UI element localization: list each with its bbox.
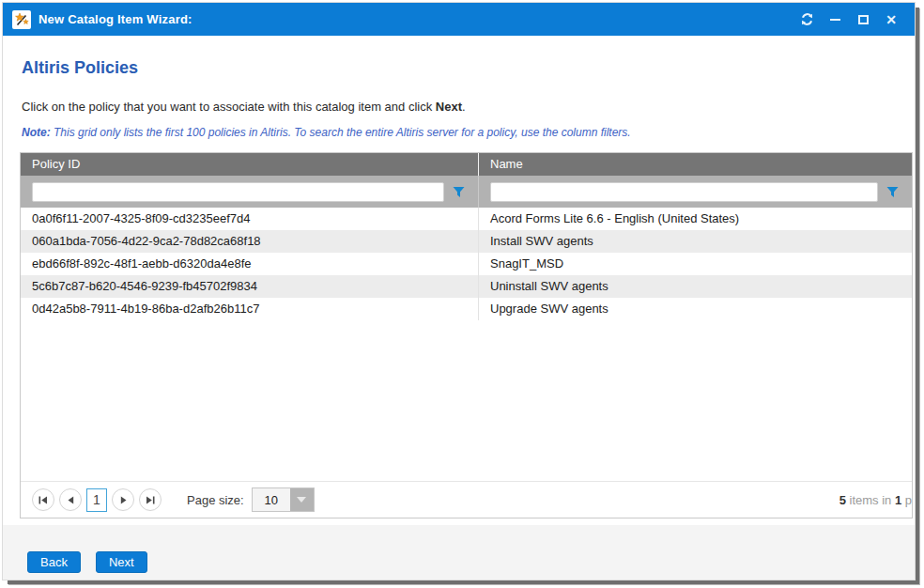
name-cell[interactable]: Acord Forms Lite 6.6 - English (United S… bbox=[478, 208, 912, 230]
policies-grid: Policy ID Name 0a0f6f11-20 bbox=[20, 152, 913, 518]
policy-id-cell[interactable]: 060a1bda-7056-4d22-9ca2-78d82ca68f18 bbox=[21, 230, 478, 253]
minimize-icon[interactable] bbox=[821, 8, 849, 32]
filter-cell-policy-id bbox=[21, 176, 478, 208]
page-size-value: 10 bbox=[253, 488, 290, 511]
instruction-text: Click on the policy that you want to ass… bbox=[22, 100, 915, 114]
table-row[interactable]: ebd66f8f-892c-48f1-aebb-d6320da4e8fe Sna… bbox=[21, 253, 912, 275]
page-size-dropdown[interactable]: 10 bbox=[252, 487, 315, 512]
policy-id-filter-input[interactable] bbox=[32, 182, 444, 202]
maximize-icon[interactable] bbox=[849, 8, 877, 32]
note-body: This grid only lists the first 100 polic… bbox=[51, 126, 631, 139]
name-cell[interactable]: Upgrade SWV agents bbox=[478, 298, 912, 320]
current-page-indicator[interactable]: 1 bbox=[86, 488, 107, 512]
wizard-footer: Back Next bbox=[3, 525, 915, 580]
page-title: Altiris Policies bbox=[22, 58, 915, 78]
window-title: New Catalog Item Wizard: bbox=[38, 12, 192, 26]
items-count-number: 5 bbox=[839, 493, 846, 507]
name-cell[interactable]: SnagIT_MSD bbox=[478, 253, 912, 275]
back-button[interactable]: Back bbox=[27, 551, 81, 573]
window-controls: ✕ bbox=[793, 8, 905, 32]
chevron-down-icon[interactable] bbox=[290, 488, 314, 511]
items-count-status: 5 items in 1 p bbox=[839, 493, 912, 507]
policy-id-cell[interactable]: ebd66f8f-892c-48f1-aebb-d6320da4e8fe bbox=[21, 253, 478, 275]
wizard-app-icon bbox=[12, 10, 31, 29]
instruction-next-ref: Next bbox=[436, 100, 462, 114]
name-filter-funnel-icon[interactable] bbox=[878, 180, 906, 203]
policy-id-filter-funnel-icon[interactable] bbox=[444, 180, 472, 203]
grid-header-row: Policy ID Name bbox=[21, 153, 912, 176]
table-row[interactable]: 0a0f6f11-2007-4325-8f09-cd3235eef7d4 Aco… bbox=[21, 208, 912, 230]
first-page-button[interactable] bbox=[32, 488, 54, 511]
name-cell[interactable]: Uninstall SWV agents bbox=[478, 275, 912, 298]
title-bar: New Catalog Item Wizard: ✕ bbox=[3, 3, 915, 36]
note-label: Note: bbox=[22, 126, 51, 139]
items-count-text: items in bbox=[846, 493, 895, 507]
previous-page-button[interactable] bbox=[59, 488, 82, 511]
page-size-label: Page size: bbox=[187, 493, 244, 507]
wizard-window: New Catalog Item Wizard: ✕ Altiris Polic… bbox=[2, 2, 916, 580]
grid-empty-area bbox=[21, 320, 912, 481]
close-icon[interactable]: ✕ bbox=[877, 8, 905, 32]
next-page-button[interactable] bbox=[112, 488, 134, 511]
last-page-button[interactable] bbox=[139, 488, 162, 511]
filter-cell-name bbox=[478, 176, 912, 208]
table-row[interactable]: 5c6b7c87-b620-4546-9239-fb45702f9834 Uni… bbox=[21, 275, 912, 298]
policy-id-cell[interactable]: 0a0f6f11-2007-4325-8f09-cd3235eef7d4 bbox=[21, 208, 478, 230]
column-header-name[interactable]: Name bbox=[478, 153, 912, 176]
policy-id-cell[interactable]: 0d42a5b8-7911-4b19-86ba-d2afb26b11c7 bbox=[21, 298, 478, 320]
grid-filter-row bbox=[21, 176, 912, 208]
note-text: Note: This grid only lists the first 100… bbox=[22, 126, 915, 139]
policy-id-cell[interactable]: 5c6b7c87-b620-4546-9239-fb45702f9834 bbox=[21, 275, 478, 298]
name-filter-input[interactable] bbox=[490, 182, 878, 202]
wizard-content: Altiris Policies Click on the policy tha… bbox=[3, 36, 915, 525]
grid-pager: 1 Page size: 10 5 items in 1 p bbox=[21, 481, 912, 518]
table-row[interactable]: 060a1bda-7056-4d22-9ca2-78d82ca68f18 Ins… bbox=[21, 230, 912, 253]
instruction-post: . bbox=[462, 100, 466, 114]
instruction-pre: Click on the policy that you want to ass… bbox=[22, 100, 436, 114]
next-button[interactable]: Next bbox=[96, 551, 147, 573]
items-count-suffix: p bbox=[901, 493, 912, 507]
column-header-policy-id[interactable]: Policy ID bbox=[21, 153, 478, 176]
refresh-icon[interactable] bbox=[793, 8, 821, 32]
table-row[interactable]: 0d42a5b8-7911-4b19-86ba-d2afb26b11c7 Upg… bbox=[21, 298, 912, 320]
name-cell[interactable]: Install SWV agents bbox=[478, 230, 912, 253]
